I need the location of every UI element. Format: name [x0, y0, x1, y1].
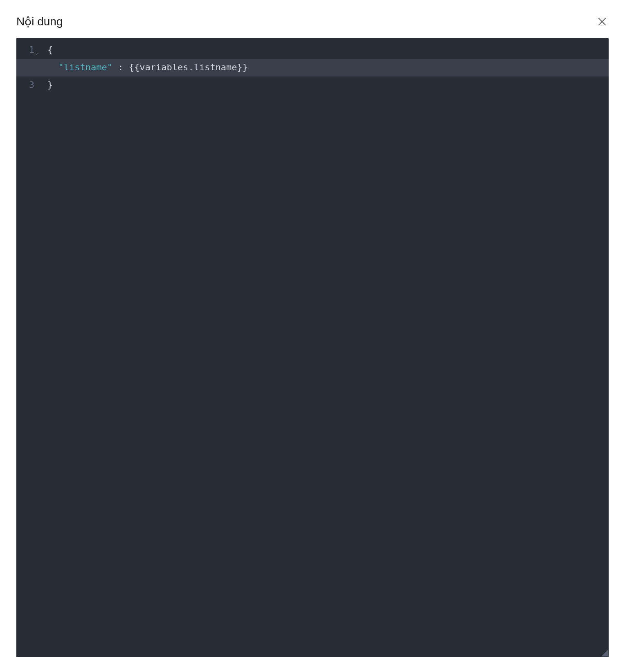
modal-header: Nội dung [16, 15, 609, 28]
token-brace: { [47, 41, 53, 59]
editor-gutter: 1 ⌄ 2 3 [16, 38, 38, 657]
line-number: 1 [29, 41, 34, 59]
token-key: "listname" [58, 59, 112, 76]
content-modal: Nội dung 1 ⌄ 2 3 { "listname" : {{variab… [0, 0, 625, 672]
code-line: } [44, 76, 609, 94]
token-separator: : [112, 59, 129, 76]
modal-title: Nội dung [16, 15, 63, 28]
code-editor[interactable]: 1 ⌄ 2 3 { "listname" : {{variables.listn… [16, 38, 609, 657]
token-indent [47, 59, 58, 76]
token-value: {{variables.listname}} [129, 59, 248, 76]
gutter-line-number: 3 [16, 76, 38, 94]
close-button[interactable] [596, 15, 609, 28]
resize-handle[interactable] [601, 650, 608, 656]
line-number: 3 [29, 76, 34, 94]
code-line-active: "listname" : {{variables.listname}} [16, 59, 609, 76]
code-area[interactable]: { "listname" : {{variables.listname}} } [38, 38, 609, 657]
gutter-line-number: 1 ⌄ [16, 41, 38, 59]
token-brace: } [47, 76, 53, 94]
close-icon [596, 16, 608, 27]
code-line: { [44, 41, 609, 59]
